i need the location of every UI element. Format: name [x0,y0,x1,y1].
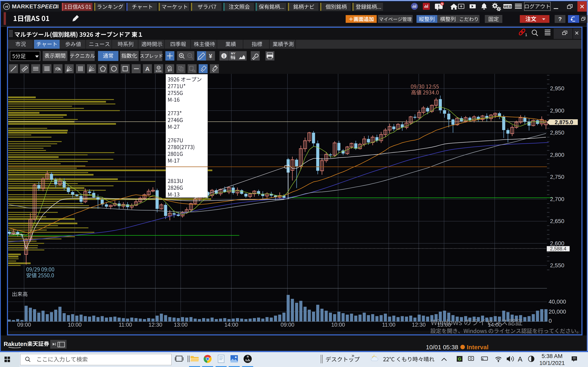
svg-text:10:00: 10:00 [68,322,82,328]
svg-text:N: N [441,2,443,6]
svg-text:2,800: 2,800 [550,152,564,158]
svg-text:MARKET: MARKET [12,3,37,9]
svg-text:14:00: 14:00 [224,322,238,328]
svg-text:12:30: 12:30 [412,322,426,328]
svg-text:»: » [352,353,354,358]
svg-text:WEB: WEB [503,5,512,8]
svg-text:2,550: 2,550 [550,262,564,268]
svg-text:2,650: 2,650 [550,218,564,224]
svg-text:2,588.4: 2,588.4 [550,246,566,251]
svg-text:40,000: 40,000 [549,299,566,305]
svg-text:G: G [458,356,461,361]
svg-text:10:00: 10:00 [331,322,345,328]
svg-text:11:00: 11:00 [382,322,396,328]
svg-text:MY: MY [231,52,236,55]
svg-text:i: i [223,54,225,59]
svg-text:2,600: 2,600 [550,240,564,247]
svg-text:12:30: 12:30 [148,322,162,328]
svg-text:II: II [56,3,59,9]
svg-text:A: A [145,66,150,72]
svg-text:20,000: 20,000 [549,309,566,315]
svg-text:Rakuten: Rakuten [4,341,27,347]
svg-text:A: A [215,65,217,68]
svg-text:1: 1 [525,33,527,37]
svg-text:11:00: 11:00 [119,322,132,328]
svg-text:2,950: 2,950 [550,85,564,92]
svg-text:?: ? [558,16,562,22]
svg-text:A: A [518,355,522,363]
svg-text:09:00: 09:00 [17,322,31,328]
svg-text:2,750: 2,750 [550,174,564,180]
svg-text:2,850: 2,850 [550,129,564,136]
svg-text:SPEED: SPEED [37,3,57,9]
svg-text:R: R [247,355,249,358]
svg-text:ICON: ICON [156,70,162,72]
svg-text:13:00: 13:00 [174,322,188,328]
svg-text:5:38 AM: 5:38 AM [542,353,563,359]
svg-text:2,700: 2,700 [550,196,564,202]
svg-text:2,875.0: 2,875.0 [555,119,573,125]
svg-text:09:00: 09:00 [281,322,294,328]
svg-text:10/1/2021: 10/1/2021 [539,360,565,366]
svg-text:¥: ¥ [209,53,212,59]
svg-text:10/01 05:38: 10/01 05:38 [426,344,458,350]
svg-text:Interval: Interval [467,344,489,350]
svg-text:0: 0 [549,318,552,324]
svg-text:2,900: 2,900 [550,108,564,114]
